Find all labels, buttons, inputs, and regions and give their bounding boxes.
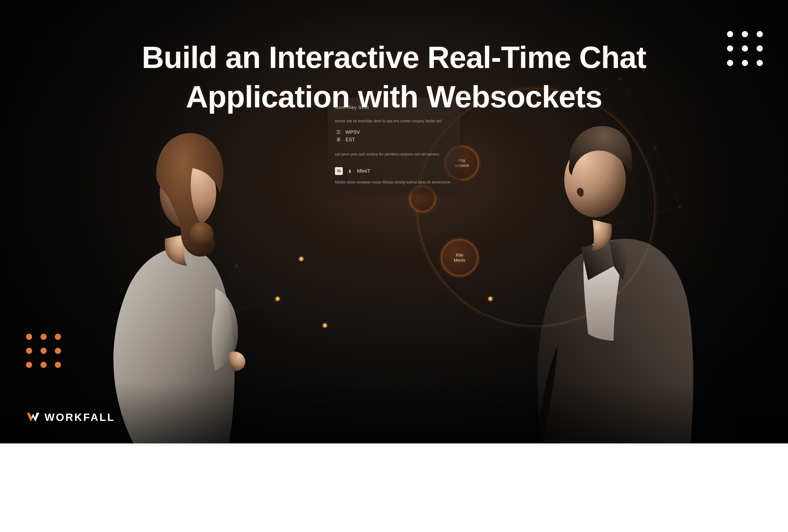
brand-name: WORKFALL <box>45 411 115 423</box>
glow-node-b: Rlie Meols <box>441 239 478 276</box>
chat-panel-text-3: Miatte closs eeataay wuse Rlstop etovig … <box>335 179 453 185</box>
spark-decor <box>323 323 327 327</box>
bar-icon: ▮ <box>347 169 354 173</box>
chat-panel-text-1: sense sat se leacttias dent ls sas ent c… <box>335 118 453 124</box>
dot-grid-decor-top-right <box>727 31 763 66</box>
list-icon: ≣ <box>335 137 342 142</box>
svg-point-10 <box>190 222 213 246</box>
divider <box>335 162 453 163</box>
chat-panel-text-2: sal pevn pea sed oontea for penitins cea… <box>335 151 453 157</box>
chat-panel-row-2: ≣EST <box>335 137 453 142</box>
hero-title-line-2: Application with Websockets <box>71 77 717 117</box>
dot-grid-decor-bottom-left <box>26 334 61 368</box>
spark-decor <box>299 257 303 261</box>
workfall-logo-icon <box>26 410 40 424</box>
chat-panel-row-1: ☰WPSV <box>335 129 453 135</box>
divider <box>335 147 453 147</box>
menu-icon: ☰ <box>335 129 342 135</box>
hero-title: Build an Interactive Real-Time Chat Appl… <box>71 38 717 116</box>
hero-banner: Gom llliey Sess sense sat se leacttias d… <box>0 0 788 444</box>
mail-icon: ✉ <box>335 167 343 175</box>
spark-decor <box>489 297 492 301</box>
illustration-person-left <box>79 98 292 444</box>
chat-panel-row-3: ✉▮MlesT <box>335 167 453 175</box>
spark-decor <box>276 297 279 301</box>
brand-logo: WORKFALL <box>26 410 115 424</box>
hero-title-line-1: Build an Interactive Real-Time Chat <box>71 38 717 77</box>
